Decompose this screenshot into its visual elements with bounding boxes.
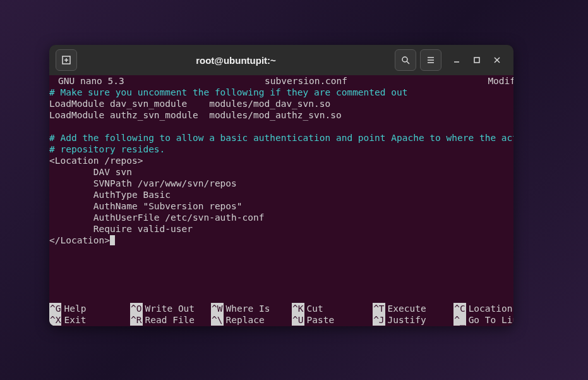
nano-status: Modified xyxy=(488,75,513,87)
content-line: </Location> xyxy=(49,235,110,245)
minimize-button[interactable] xyxy=(450,54,463,66)
nano-header: GNU nano 5.3 subversion.conf Modified xyxy=(49,75,513,87)
shortcut-whereis: ^WWhere Is xyxy=(211,303,292,314)
window-title: root@ubuntupit:~ xyxy=(81,55,391,66)
shortcut-gotoline: ^_Go To Line xyxy=(453,314,513,326)
nano-shortcuts: ^GHelp ^OWrite Out ^WWhere Is ^KCut ^TEx… xyxy=(49,303,513,326)
shortcut-replace: ^\Replace xyxy=(211,314,292,326)
content-line: LoadModule dav_svn_module modules/mod_da… xyxy=(49,99,330,109)
shortcut-readfile: ^RRead File xyxy=(130,314,211,326)
shortcut-exit: ^XExit xyxy=(49,314,130,326)
empty-area xyxy=(49,246,513,303)
shortcut-writeout: ^OWrite Out xyxy=(130,303,211,314)
content-line: # repository resides. xyxy=(49,144,165,154)
content-line: # Make sure you uncomment the following … xyxy=(49,87,407,97)
file-content[interactable]: # Make sure you uncomment the following … xyxy=(49,87,513,246)
content-line: Require valid-user xyxy=(49,224,193,234)
content-line: # Add the following to allow a basic aut… xyxy=(49,133,513,143)
nano-app-name: GNU nano 5.3 xyxy=(49,75,124,87)
search-button[interactable] xyxy=(395,49,416,71)
menu-button[interactable] xyxy=(420,49,441,71)
shortcut-location: ^CLocation xyxy=(453,303,513,314)
content-line: LoadModule authz_svn_module modules/mod_… xyxy=(49,110,342,120)
content-line: DAV svn xyxy=(49,167,132,177)
content-line: <Location /repos> xyxy=(49,156,143,166)
content-line: AuthType Basic xyxy=(49,190,171,200)
svg-rect-9 xyxy=(474,58,479,63)
shortcut-cut: ^KCut xyxy=(292,303,373,314)
shortcut-paste: ^UPaste xyxy=(292,314,373,326)
content-line: AuthUserFile /etc/svn-auth-conf xyxy=(49,212,264,223)
cursor xyxy=(110,235,115,245)
svg-point-3 xyxy=(402,57,407,62)
content-line: SVNPath /var/www/svn/repos xyxy=(49,178,237,188)
svg-line-4 xyxy=(407,61,409,64)
nano-filename: subversion.conf xyxy=(124,75,488,87)
shortcut-execute: ^TExecute xyxy=(373,303,453,314)
terminal-body[interactable]: GNU nano 5.3 subversion.conf Modified # … xyxy=(49,75,513,326)
terminal-window: root@ubuntupit:~ GNU nano 5.3 subversion… xyxy=(49,45,513,326)
maximize-button[interactable] xyxy=(471,54,483,66)
shortcut-help: ^GHelp xyxy=(49,303,130,314)
content-line: AuthName "Subversion repos" xyxy=(49,201,243,211)
close-button[interactable] xyxy=(491,54,503,66)
titlebar: root@ubuntupit:~ xyxy=(49,45,513,75)
window-controls xyxy=(450,54,503,66)
shortcut-justify: ^JJustify xyxy=(373,314,453,326)
terminal-content[interactable]: GNU nano 5.3 subversion.conf Modified # … xyxy=(49,75,513,326)
new-tab-button[interactable] xyxy=(56,49,77,71)
